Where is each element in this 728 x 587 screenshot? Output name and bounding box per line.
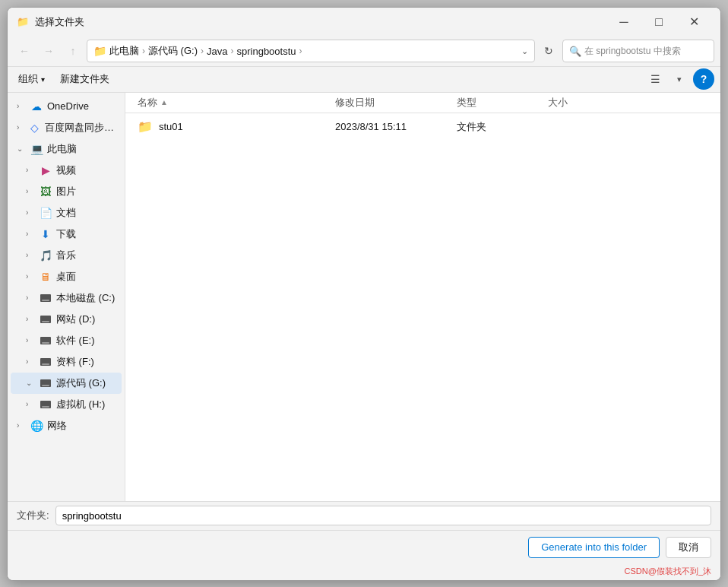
address-bar[interactable]: 📁 此电脑 › 源代码 (G:) › Java › springbootstu … <box>87 40 535 62</box>
col-date-header: 修改日期 <box>335 96 457 109</box>
drive-e-icon <box>40 335 52 347</box>
sidebar-item-downloads-label: 下载 <box>56 227 76 241</box>
action-toolbar: 组织 ▾ 新建文件夹 ☰ ▾ ? <box>8 67 720 93</box>
file-folder-icon-stu01: 📁 <box>138 119 153 134</box>
desktop-chevron-icon: › <box>26 272 35 281</box>
help-button[interactable]: ? <box>693 68 714 90</box>
search-bar[interactable]: 🔍 在 springbootstu 中搜索 <box>562 40 714 62</box>
pictures-chevron-icon: › <box>26 187 35 195</box>
svg-rect-5 <box>42 342 49 344</box>
address-sep-1: › <box>142 46 145 56</box>
file-cell-type-stu01: 文件夹 <box>457 120 548 134</box>
file-list-body: 📁 stu01 2023/8/31 15:11 文件夹 <box>125 113 720 501</box>
sidebar-item-network-label: 网络 <box>47 419 67 433</box>
sidebar-item-desktop[interactable]: › 🖥 桌面 <box>11 266 122 287</box>
sidebar-item-documents[interactable]: › 📄 文档 <box>11 202 122 224</box>
sidebar-item-music[interactable]: › 🎵 音乐 <box>11 245 122 266</box>
view-controls: ☰ ▾ ? <box>644 68 714 90</box>
sidebar-item-thispc[interactable]: ⌄ 💻 此电脑 <box>11 138 122 160</box>
generate-button[interactable]: Generate into this folder <box>528 537 660 558</box>
drive-f-icon <box>40 356 52 368</box>
address-sep-3: › <box>230 46 233 56</box>
view-options-button[interactable]: ☰ <box>644 68 666 90</box>
back-button[interactable]: ← <box>14 40 35 62</box>
folder-name-bar: 文件夹: <box>8 501 720 530</box>
sidebar-item-baidu[interactable]: › ◇ 百度网盘同步空间 <box>11 117 122 138</box>
drive-c-icon <box>40 292 52 304</box>
address-crumb-thispc: 此电脑 <box>109 44 139 58</box>
sidebar-item-downloads[interactable]: › ⬇ 下载 <box>11 224 122 245</box>
sidebar-item-pictures-label: 图片 <box>56 185 76 198</box>
baidu-chevron-icon: › <box>17 123 25 132</box>
sidebar-item-network[interactable]: › 🌐 网络 <box>11 415 122 436</box>
sidebar-item-drive-c-label: 本地磁盘 (C:) <box>56 291 115 305</box>
address-crumb-g: 源代码 (G:) <box>148 44 198 58</box>
folder-name-input[interactable] <box>55 506 711 525</box>
sidebar: › ☁ OneDrive › ◇ 百度网盘同步空间 ⌄ 💻 此电脑 › ▶ 视频… <box>8 93 125 501</box>
action-bar: Generate into this folder 取消 <box>8 530 720 564</box>
sidebar-item-drive-d-label: 网站 (D:) <box>56 313 95 326</box>
file-name-stu01: stu01 <box>159 121 183 132</box>
close-button[interactable]: ✕ <box>676 10 711 34</box>
organize-button[interactable]: 组织 ▾ <box>14 71 49 87</box>
sidebar-item-drive-d[interactable]: › 网站 (D:) <box>11 309 122 330</box>
drive-d-chevron-icon: › <box>26 315 35 323</box>
address-sep-4: › <box>299 46 302 56</box>
onedrive-chevron-icon: › <box>17 102 26 110</box>
drive-e-chevron-icon: › <box>26 336 35 344</box>
up-button[interactable]: ↑ <box>62 40 84 62</box>
drive-h-chevron-icon: › <box>26 400 35 408</box>
title-bar-icon: 📁 <box>17 16 29 28</box>
file-list-header: 名称 ▲ 修改日期 类型 大小 <box>125 93 720 113</box>
sidebar-item-drive-f[interactable]: › 资料 (F:) <box>11 351 122 373</box>
sort-icon: ▲ <box>160 98 168 106</box>
videos-icon: ▶ <box>40 164 52 176</box>
forward-button[interactable]: → <box>38 40 59 62</box>
watermark: CSDN@假装找不到_沐 <box>8 564 720 580</box>
address-expand-icon[interactable]: ⌄ <box>521 46 528 56</box>
title-bar-controls: ─ □ ✕ <box>606 10 711 34</box>
col-name-header: 名称 ▲ <box>138 96 335 109</box>
sidebar-item-drive-h-label: 虚拟机 (H:) <box>56 398 105 411</box>
new-folder-label: 新建文件夹 <box>60 72 109 86</box>
sidebar-item-pictures[interactable]: › 🖼 图片 <box>11 181 122 202</box>
cancel-button[interactable]: 取消 <box>666 537 711 558</box>
baidu-icon: ◇ <box>30 122 40 134</box>
downloads-icon: ⬇ <box>40 228 52 240</box>
address-sep-2: › <box>201 46 204 56</box>
sidebar-item-drive-c[interactable]: › 本地磁盘 (C:) <box>11 287 122 309</box>
maximize-button[interactable]: □ <box>641 10 676 34</box>
sidebar-item-drive-h[interactable]: › 虚拟机 (H:) <box>11 394 122 415</box>
sidebar-item-videos[interactable]: › ▶ 视频 <box>11 160 122 181</box>
sidebar-item-drive-g[interactable]: ⌄ 源代码 (G:) <box>11 373 122 394</box>
file-area: 名称 ▲ 修改日期 类型 大小 📁 stu01 2023/8/31 15:11 … <box>125 93 720 501</box>
drive-g-icon <box>40 377 52 389</box>
thispc-icon: 💻 <box>30 143 43 155</box>
svg-rect-7 <box>42 363 49 365</box>
network-icon: 🌐 <box>30 420 43 432</box>
drive-g-chevron-icon: ⌄ <box>26 379 35 387</box>
pictures-icon: 🖼 <box>40 186 52 198</box>
sidebar-item-drive-g-label: 源代码 (G:) <box>56 376 106 390</box>
organize-label: 组织 <box>18 72 38 86</box>
file-row-stu01[interactable]: 📁 stu01 2023/8/31 15:11 文件夹 <box>125 116 720 138</box>
main-content: › ☁ OneDrive › ◇ 百度网盘同步空间 ⌄ 💻 此电脑 › ▶ 视频… <box>8 93 720 501</box>
organize-chevron-icon: ▾ <box>41 75 45 84</box>
sidebar-item-baidu-label: 百度网盘同步空间 <box>45 121 116 135</box>
file-cell-name-stu01: 📁 stu01 <box>138 119 335 134</box>
videos-chevron-icon: › <box>26 166 35 174</box>
view-chevron-button[interactable]: ▾ <box>669 68 690 90</box>
network-chevron-icon: › <box>17 421 26 430</box>
sidebar-item-onedrive-label: OneDrive <box>47 100 89 112</box>
refresh-button[interactable]: ↻ <box>538 40 559 62</box>
sidebar-item-drive-e-label: 软件 (E:) <box>56 334 95 347</box>
svg-rect-1 <box>42 300 49 301</box>
new-folder-button[interactable]: 新建文件夹 <box>55 71 114 87</box>
sidebar-item-onedrive[interactable]: › ☁ OneDrive <box>11 96 122 117</box>
minimize-button[interactable]: ─ <box>606 10 641 34</box>
col-type-header: 类型 <box>457 96 548 109</box>
drive-c-chevron-icon: › <box>26 294 35 302</box>
col-size-header: 大小 <box>548 96 609 109</box>
sidebar-item-drive-e[interactable]: › 软件 (E:) <box>11 330 122 351</box>
documents-icon: 📄 <box>40 207 52 219</box>
